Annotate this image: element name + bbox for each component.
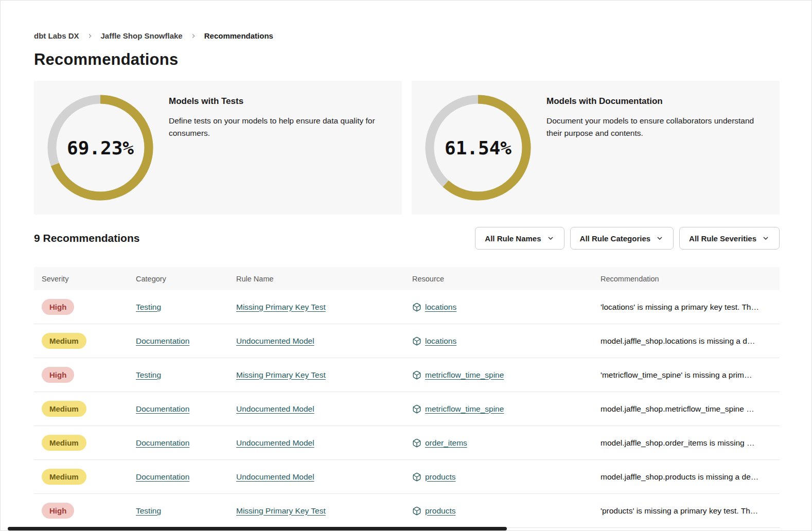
table-body: High Testing Missing Primary Key Test lo…	[34, 290, 780, 528]
resource-link[interactable]: locations	[425, 337, 456, 346]
severity-badge: High	[42, 503, 74, 519]
rule-name-link[interactable]: Undocumented Model	[236, 472, 314, 481]
rule-name-link[interactable]: Undocumented Model	[236, 438, 314, 447]
column-header-recommendation: Recommendation	[593, 275, 780, 283]
chevron-down-icon	[546, 234, 555, 242]
recommendations-table: Severity Category Rule Name Resource Rec…	[34, 267, 780, 528]
models-with-documentation-card: 61.54% Models with Documentation Documen…	[412, 81, 780, 215]
rule-name-link[interactable]: Missing Primary Key Test	[236, 370, 326, 379]
table-row: Medium Documentation Undocumented Model …	[34, 460, 780, 494]
documentation-donut-chart: 61.54%	[423, 93, 533, 202]
rule-severities-filter-dropdown[interactable]: All Rule Severities	[679, 227, 780, 250]
severity-badge: High	[42, 367, 74, 383]
recommendation-text: model.jaffle_shop.products is missing a …	[593, 472, 780, 482]
severity-badge: Medium	[42, 469, 86, 485]
card-title: Models with Tests	[169, 96, 386, 107]
table-row: High Testing Missing Primary Key Test me…	[34, 358, 780, 392]
model-cube-icon	[412, 438, 421, 448]
category-link[interactable]: Documentation	[136, 438, 189, 447]
card-description: Document your models to ensure collabora…	[546, 115, 764, 139]
recommendation-text: model.jaffle_shop.order_items is missing…	[593, 438, 780, 448]
dropdown-label: All Rule Names	[485, 234, 541, 243]
rule-name-link[interactable]: Undocumented Model	[236, 404, 314, 413]
filter-row: 9 Recommendations All Rule Names All Rul…	[34, 227, 780, 250]
rule-categories-filter-dropdown[interactable]: All Rule Categories	[570, 227, 674, 250]
table-header-row: Severity Category Rule Name Resource Rec…	[34, 267, 780, 290]
models-with-tests-card: 69.23% Models with Tests Define tests on…	[34, 81, 402, 215]
breadcrumb: dbt Labs DX Jaffle Shop Snowflake Recomm…	[34, 31, 780, 40]
severity-badge: High	[42, 299, 74, 315]
breadcrumb-item-project[interactable]: Jaffle Shop Snowflake	[101, 31, 183, 40]
table-row: Medium Documentation Undocumented Model …	[34, 324, 780, 358]
category-link[interactable]: Documentation	[136, 472, 189, 481]
chevron-right-icon	[190, 32, 197, 40]
model-cube-icon	[412, 337, 421, 346]
category-link[interactable]: Testing	[136, 370, 161, 379]
rule-name-link[interactable]: Undocumented Model	[236, 337, 314, 345]
table-row: High Testing Missing Primary Key Test lo…	[34, 290, 780, 324]
category-link[interactable]: Documentation	[136, 404, 189, 413]
model-cube-icon	[412, 370, 421, 380]
tests-donut-chart: 69.23%	[46, 93, 155, 202]
documentation-percentage: 61.54%	[423, 93, 533, 202]
column-header-rule-name: Rule Name	[228, 275, 404, 283]
page-title: Recommendations	[34, 50, 780, 69]
card-title: Models with Documentation	[546, 96, 764, 107]
rule-name-link[interactable]: Missing Primary Key Test	[236, 303, 326, 311]
column-header-resource: Resource	[404, 275, 593, 283]
table-row: High Testing Missing Primary Key Test pr…	[34, 494, 780, 528]
resource-link[interactable]: metricflow_time_spine	[425, 370, 504, 380]
recommendation-text: 'locations' is missing a primary key tes…	[593, 303, 780, 312]
breadcrumb-item-current: Recommendations	[204, 31, 273, 40]
resource-link[interactable]: products	[425, 506, 455, 516]
breadcrumb-item-dbt-labs-dx[interactable]: dbt Labs DX	[34, 31, 79, 40]
summary-cards: 69.23% Models with Tests Define tests on…	[34, 81, 780, 215]
recommendation-text: model.jaffle_shop.locations is missing a…	[593, 337, 780, 346]
table-row: Medium Documentation Undocumented Model …	[34, 392, 780, 426]
severity-badge: Medium	[42, 401, 86, 417]
model-cube-icon	[412, 472, 421, 482]
chevron-down-icon	[762, 234, 770, 242]
column-header-category: Category	[128, 275, 228, 283]
app-window: dbt Labs DX Jaffle Shop Snowflake Recomm…	[0, 0, 812, 531]
recommendation-text: 'products' is missing a primary key test…	[593, 506, 780, 516]
model-cube-icon	[412, 506, 421, 516]
severity-badge: Medium	[42, 435, 86, 451]
resource-link[interactable]: locations	[425, 303, 456, 312]
recommendation-text: 'metricflow_time_spine' is missing a pri…	[593, 370, 780, 380]
resource-link[interactable]: metricflow_time_spine	[425, 404, 504, 414]
category-link[interactable]: Documentation	[136, 337, 189, 345]
category-link[interactable]: Testing	[136, 506, 161, 515]
column-header-severity: Severity	[34, 275, 128, 283]
rule-names-filter-dropdown[interactable]: All Rule Names	[475, 227, 564, 250]
dropdown-label: All Rule Categories	[580, 234, 651, 243]
card-description: Define tests on your models to help ensu…	[169, 115, 386, 139]
table-row: Medium Documentation Undocumented Model …	[34, 426, 780, 460]
recommendation-text: model.jaffle_shop.metricflow_time_spine …	[593, 404, 780, 414]
chevron-right-icon	[86, 32, 94, 40]
resource-link[interactable]: products	[425, 472, 455, 482]
horizontal-scrollbar-thumb[interactable]	[8, 527, 507, 530]
dropdown-label: All Rule Severities	[689, 234, 756, 243]
category-link[interactable]: Testing	[136, 303, 161, 311]
rule-name-link[interactable]: Missing Primary Key Test	[236, 506, 326, 515]
resource-link[interactable]: order_items	[425, 438, 467, 448]
model-cube-icon	[412, 303, 421, 312]
model-cube-icon	[412, 404, 421, 414]
chevron-down-icon	[656, 234, 664, 242]
recommendations-count: 9 Recommendations	[34, 232, 139, 244]
severity-badge: Medium	[42, 333, 86, 349]
filter-dropdowns: All Rule Names All Rule Categories All R…	[475, 227, 780, 250]
tests-percentage: 69.23%	[46, 93, 155, 202]
